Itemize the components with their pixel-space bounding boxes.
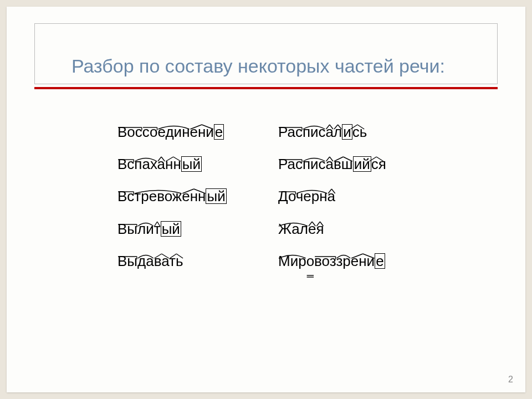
word-row: ВоссоединениеРасписались bbox=[117, 117, 428, 141]
title-frame: Разбор по составу некоторых частей речи: bbox=[34, 23, 498, 84]
word-row: ВспаханныйРасписавшийся bbox=[117, 150, 428, 173]
word-row: ВстревоженныйДочерна bbox=[117, 182, 428, 205]
word-cell: Воссоединение bbox=[117, 117, 278, 141]
word-cell: Выдавать bbox=[117, 247, 278, 270]
slide: Разбор по составу некоторых частей речи:… bbox=[7, 7, 525, 392]
word-cell: Дочерна bbox=[278, 182, 422, 205]
word-row: ВылитыйЖалея bbox=[117, 214, 428, 238]
word-cell: Встревоженный bbox=[117, 182, 278, 205]
word-grid: ВоссоединениеРасписалисьВспаханныйРаспис… bbox=[117, 117, 428, 279]
word-cell: Вылитый bbox=[117, 214, 278, 238]
word-cell: Расписавшийся bbox=[278, 150, 422, 173]
word-cell: Мировоззрение bbox=[278, 247, 422, 270]
slide-title: Разбор по составу некоторых частей речи: bbox=[71, 55, 445, 77]
word-cell: Вспаханный bbox=[117, 150, 278, 173]
page-number: 2 bbox=[508, 375, 513, 385]
word-cell: Расписались bbox=[278, 117, 422, 141]
word-cell: Жалея bbox=[278, 214, 422, 238]
accent-divider bbox=[34, 87, 498, 89]
word-row: ВыдаватьМировоззрение bbox=[117, 247, 428, 270]
